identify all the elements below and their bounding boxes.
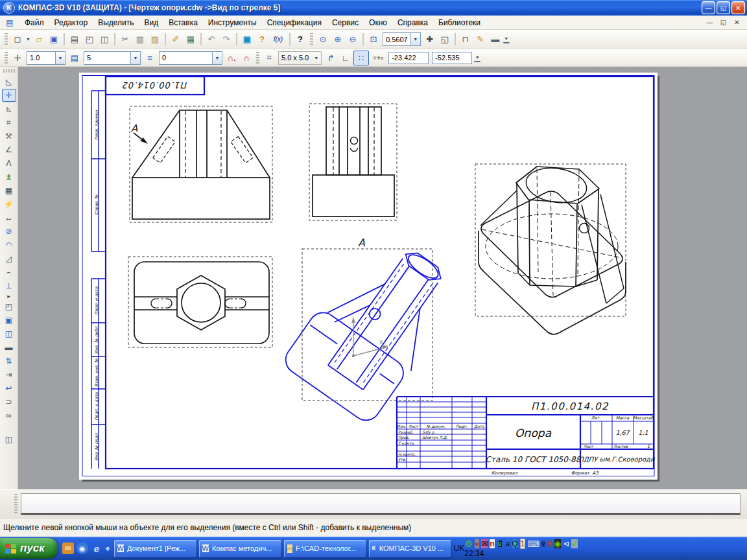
pan-icon[interactable]: ✚ — [423, 32, 437, 46]
cut-icon[interactable]: ✂ — [118, 32, 132, 46]
usb-safely-remove-icon[interactable]: ✓ — [571, 539, 578, 548]
zoom-area-icon[interactable]: ⊡ — [366, 32, 381, 46]
document-manager-icon[interactable]: ▣ — [240, 32, 254, 46]
line-scale-value[interactable]: 1.0 — [27, 54, 52, 62]
menu-item[interactable]: Сервис — [327, 16, 364, 29]
sheet-curl-icon[interactable]: ⊃ — [2, 395, 16, 408]
measure-tool-icon[interactable]: ✛ — [2, 89, 16, 102]
separator[interactable] — [114, 33, 115, 45]
perpendicular-icon[interactable]: ∠ — [2, 143, 16, 156]
toolbar-grip[interactable] — [256, 52, 259, 64]
layer-combo[interactable]: 5 ▼ — [84, 51, 141, 65]
sheet-combo[interactable]: 0 ▼ — [159, 51, 222, 65]
menu-item[interactable]: Справка — [392, 16, 433, 29]
menu-item[interactable]: Редактор — [49, 16, 93, 29]
zoom-select-icon[interactable]: ⊙ — [316, 32, 330, 46]
copy-icon[interactable]: ▥ — [133, 32, 147, 46]
toolbar-grip[interactable] — [5, 52, 8, 64]
keyboard-icon[interactable]: ⌨ — [527, 539, 540, 549]
line-scale-combo[interactable]: 1.0 ▼ — [27, 51, 65, 65]
layer-value[interactable]: 5 — [84, 54, 109, 62]
view-window-icon[interactable]: ◰ — [2, 300, 16, 313]
close-button[interactable]: ✕ — [731, 1, 745, 14]
page-setup-icon[interactable]: ◫ — [97, 32, 112, 46]
grid-step-combo[interactable]: 5.0 x 5.0 ▼ — [278, 51, 322, 65]
fx-icon[interactable]: f(x) — [270, 32, 287, 46]
ground-symbol-icon[interactable]: ⊥ — [2, 279, 16, 292]
toolbar-grip[interactable] — [310, 33, 313, 45]
rings-icon[interactable]: ∞ — [2, 409, 16, 422]
antivirus-shield-icon[interactable]: V — [541, 541, 545, 547]
coordinate-x-field[interactable]: -23.422 — [388, 52, 429, 64]
menu-item[interactable]: Библиотеки — [433, 16, 486, 29]
new-view-icon[interactable]: ▣ — [2, 314, 16, 327]
fit-window-icon[interactable]: ◱ — [438, 32, 452, 46]
notes-icon[interactable]: 1 — [520, 539, 526, 549]
help-topics-icon[interactable]: ? — [255, 32, 269, 46]
toolbar-overflow-icon[interactable]: ▾ — [503, 35, 510, 43]
separator[interactable] — [236, 33, 237, 45]
print-preview-icon[interactable]: ◰ — [82, 32, 97, 46]
lingvo-icon[interactable]: n — [490, 539, 494, 548]
sheets-icon[interactable]: ≡ — [143, 51, 157, 65]
active-document-icon[interactable]: ▤ — [4, 18, 16, 28]
snap-icon[interactable]: ∷ — [353, 51, 369, 65]
ortho-icon[interactable]: ∟ — [338, 51, 353, 65]
menu-item[interactable]: Вставка — [163, 16, 203, 29]
bottom-panel-icon[interactable]: ◫ — [2, 433, 16, 446]
toolbar-overflow-icon[interactable]: ▾ — [474, 54, 480, 62]
separator[interactable] — [64, 33, 65, 45]
print-icon[interactable]: ▤ — [67, 32, 82, 46]
traffic-meter-icon[interactable]: 9 — [499, 541, 502, 547]
redo-icon[interactable]: ↷ — [219, 32, 233, 46]
linear-dimension-icon[interactable]: ↔ — [2, 211, 16, 224]
zoom-value[interactable]: 0.5607 — [383, 36, 410, 43]
new-dropdown-icon[interactable]: ▾ — [25, 32, 31, 46]
layout-rows-icon[interactable]: ▬ — [2, 341, 16, 354]
internet-explorer-icon[interactable]: e — [91, 542, 102, 554]
paste-icon[interactable]: ▨ — [148, 32, 162, 46]
format-brush-icon[interactable]: ✐ — [169, 32, 183, 46]
chevron-down-icon[interactable]: ▼ — [55, 52, 65, 64]
back-view-icon[interactable]: ↩ — [2, 382, 16, 395]
new-document-icon[interactable]: ◻ — [10, 32, 25, 46]
cone-tool-icon[interactable]: Λ — [2, 157, 16, 170]
taskbar-window-button[interactable]: K КОМПАС-3D V10 ... — [369, 540, 451, 557]
select-region-icon[interactable]: ◺ — [2, 75, 16, 88]
angle-dimension-icon[interactable]: ◿ — [2, 252, 16, 265]
nvidia-icon[interactable]: ◉ — [554, 539, 561, 548]
auto-dimension-icon[interactable]: ⚡ — [2, 198, 16, 211]
chevron-down-icon[interactable]: ▼ — [410, 33, 420, 45]
chevron-down-icon[interactable]: ▼ — [311, 52, 321, 64]
magnet-settings-icon[interactable]: ∩. — [224, 51, 239, 65]
grid-icon[interactable]: ⌗ — [262, 51, 276, 65]
magnet-icon[interactable]: ∩ — [239, 51, 254, 65]
mdi-restore-button[interactable]: ◱ — [718, 18, 728, 27]
taskbar-window-button[interactable]: ▱ F:\CAD-технолог... — [284, 540, 366, 557]
mdi-close-button[interactable]: ✕ — [732, 18, 742, 27]
table-tool-icon[interactable]: ▦ — [2, 184, 16, 197]
radius-dimension-icon[interactable]: ◠ — [2, 239, 16, 251]
restore-button[interactable]: ◱ — [717, 1, 730, 14]
offset-view-icon[interactable]: ⇥ — [2, 368, 16, 381]
rebuild-icon[interactable]: ⊓ — [458, 32, 473, 46]
add-remove-icon[interactable]: ± — [2, 170, 16, 183]
context-help-icon[interactable]: ? — [293, 32, 307, 46]
alpha-service-icon[interactable]: a — [506, 539, 510, 548]
grid-step-value[interactable]: 5.0 x 5.0 — [279, 54, 311, 62]
menu-item[interactable]: Выделить — [93, 16, 139, 29]
menu-item[interactable]: Спецификация — [262, 16, 327, 29]
zoom-out-icon[interactable]: ⊖ — [346, 32, 360, 46]
layers-icon[interactable]: ▤ — [67, 51, 82, 65]
stack-views-icon[interactable]: ⇅ — [2, 355, 16, 368]
taskbar-window-button[interactable]: W Компас методич... — [199, 540, 281, 557]
clock[interactable]: 22:34 — [464, 549, 484, 558]
sheet-value[interactable]: 0 — [160, 54, 184, 62]
network-error-icon[interactable]: ✕ — [547, 541, 552, 547]
refresh-image-icon[interactable]: ✎ — [473, 32, 488, 46]
chevron-down-icon[interactable]: ▼ — [130, 52, 140, 64]
undo-icon[interactable]: ↶ — [204, 32, 219, 46]
mail-agent-icon[interactable]: ✉ — [481, 539, 488, 548]
coordinate-y-field[interactable]: -52.535 — [432, 52, 472, 64]
zoom-combo[interactable]: 0.5607 ▼ — [383, 32, 421, 46]
